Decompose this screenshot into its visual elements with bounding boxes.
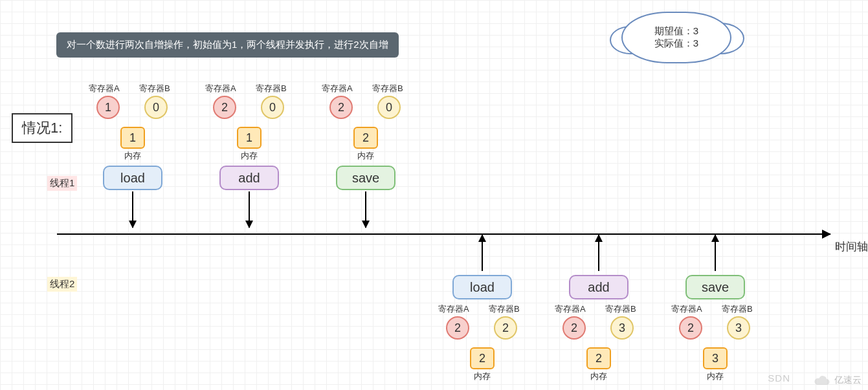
memory-label: 内存	[676, 371, 754, 382]
register-a-value: 2	[562, 316, 586, 340]
register-a-label: 寄存器A	[89, 83, 120, 94]
operation-box: add	[219, 166, 279, 190]
arrow-down-icon	[365, 191, 366, 228]
register-b-label: 寄存器B	[256, 83, 287, 94]
axis-label: 时间轴	[835, 239, 868, 254]
register-b-label: 寄存器B	[605, 303, 636, 315]
memory-label: 内存	[443, 371, 521, 382]
result-cloud: 期望值：3 实际值：3	[621, 12, 731, 63]
register-a-value: 2	[329, 96, 353, 119]
operation-box: save	[336, 166, 395, 190]
expected-value: 期望值：3	[654, 25, 698, 38]
register-a-value: 2	[446, 316, 469, 340]
thread1-step: 寄存器A寄存器B101内存load	[94, 83, 172, 228]
register-b-value: 0	[144, 96, 168, 119]
thread1-label: 线程1	[47, 176, 77, 191]
thread1-step: 寄存器A寄存器B202内存save	[327, 83, 405, 228]
arrow-down-icon	[249, 191, 250, 228]
register-a-label: 寄存器A	[438, 303, 469, 315]
memory-value: 2	[353, 127, 378, 149]
thread2-step: load寄存器A寄存器B222内存	[443, 235, 521, 382]
memory-value: 1	[237, 127, 262, 149]
watermark-brand: 亿速云	[814, 374, 862, 386]
arrow-down-icon	[132, 191, 133, 228]
memory-value: 2	[470, 347, 495, 369]
arrow-up-icon	[482, 235, 483, 271]
register-b-value: 3	[727, 316, 750, 340]
watermark-sdn: SDN	[768, 373, 790, 384]
register-b-value: 0	[377, 96, 401, 119]
register-a-value: 2	[213, 96, 236, 119]
register-b-label: 寄存器B	[372, 83, 403, 94]
register-a-label: 寄存器A	[205, 83, 236, 94]
arrow-up-icon	[715, 235, 716, 271]
thread2-label: 线程2	[47, 277, 77, 292]
operation-box: load	[103, 166, 162, 190]
arrow-up-icon	[598, 235, 599, 271]
register-b-value: 0	[261, 96, 284, 119]
operation-box: add	[569, 275, 629, 299]
operation-box: load	[452, 275, 512, 299]
memory-label: 内存	[560, 371, 638, 382]
memory-label: 内存	[210, 150, 288, 162]
register-b-label: 寄存器B	[489, 303, 520, 315]
register-b-label: 寄存器B	[139, 83, 170, 94]
memory-value: 1	[120, 127, 145, 149]
register-a-label: 寄存器A	[322, 83, 353, 94]
operation-box: save	[685, 275, 745, 299]
description-box: 对一个数进行两次自增操作，初始值为1，两个线程并发执行，进行2次自增	[56, 32, 399, 58]
register-b-value: 3	[610, 316, 634, 340]
thread2-step: save寄存器A寄存器B233内存	[676, 235, 754, 382]
actual-value: 实际值：3	[654, 38, 698, 50]
cloud-icon	[814, 374, 830, 386]
memory-label: 内存	[327, 150, 405, 162]
register-a-value: 2	[679, 316, 702, 340]
thread1-step: 寄存器A寄存器B201内存add	[210, 83, 288, 228]
memory-value: 3	[703, 347, 728, 369]
register-b-label: 寄存器B	[722, 303, 753, 315]
memory-value: 2	[586, 347, 611, 369]
memory-label: 内存	[94, 150, 172, 162]
case-label: 情况1:	[12, 113, 72, 143]
register-b-value: 2	[494, 316, 517, 340]
register-a-value: 1	[96, 96, 120, 119]
thread2-step: add寄存器A寄存器B232内存	[560, 235, 638, 382]
register-a-label: 寄存器A	[555, 303, 586, 315]
register-a-label: 寄存器A	[671, 303, 702, 315]
